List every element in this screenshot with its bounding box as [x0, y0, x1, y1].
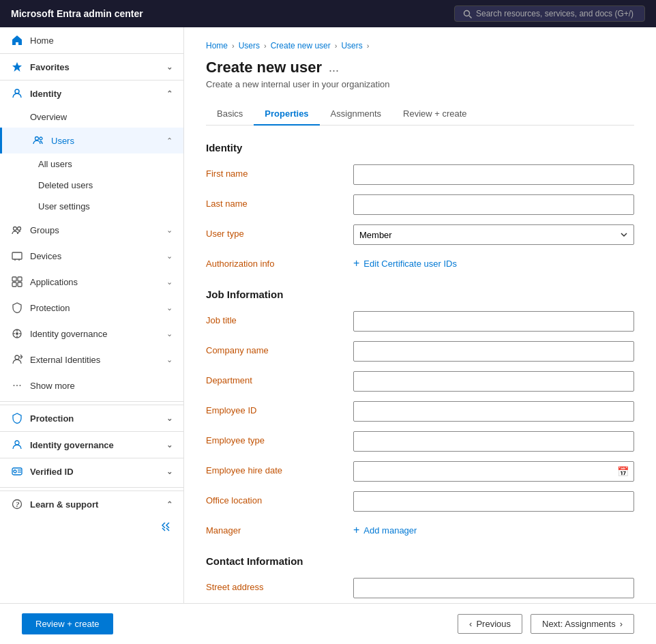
- page-title-dots[interactable]: ...: [329, 61, 339, 75]
- employee-type-label: Employee type: [206, 431, 342, 445]
- job-title-label: Job title: [206, 311, 342, 325]
- employee-id-input[interactable]: [353, 401, 634, 422]
- applications-chevron-icon: ⌄: [166, 278, 173, 287]
- sidebar-item-deleted-users[interactable]: Deleted users: [0, 175, 183, 196]
- company-name-input[interactable]: [353, 341, 634, 362]
- users-chevron-icon: ⌃: [166, 136, 173, 145]
- employee-id-label: Employee ID: [206, 401, 342, 415]
- sidebar-verified-id-label: Verified ID: [30, 467, 160, 477]
- street-address-label: Street address: [206, 578, 342, 592]
- sidebar-item-overview[interactable]: Overview: [0, 106, 183, 128]
- job-title-row: Job title: [206, 311, 634, 332]
- breadcrumb: Home › Users › Create new user › Users ›: [206, 41, 634, 50]
- sidebar-item-devices[interactable]: Devices ⌄: [0, 243, 183, 269]
- protection-chevron-icon: ⌄: [166, 304, 173, 312]
- next-button[interactable]: Next: Assignments ›: [531, 614, 634, 634]
- calendar-icon[interactable]: 📅: [617, 466, 629, 477]
- sidebar-item-user-settings[interactable]: User settings: [0, 196, 183, 217]
- employee-type-input[interactable]: [353, 431, 634, 452]
- company-name-control: [353, 341, 634, 362]
- breadcrumb-users2[interactable]: Users: [341, 41, 362, 50]
- sidebar-item-identity[interactable]: Identity ⌃: [0, 80, 183, 106]
- search-placeholder: Search resources, services, and docs (G+…: [476, 9, 633, 18]
- auth-info-control: + Edit Certificate user IDs: [353, 254, 634, 272]
- tab-basics[interactable]: Basics: [206, 103, 254, 126]
- user-type-label: User type: [206, 224, 342, 239]
- employee-id-row: Employee ID: [206, 401, 634, 422]
- svg-rect-11: [12, 277, 16, 281]
- search-bar[interactable]: Search resources, services, and docs (G+…: [454, 5, 645, 22]
- page-subtitle: Create a new internal user in your organ…: [206, 79, 634, 89]
- sidebar-item-users[interactable]: Users ⌃: [0, 128, 183, 153]
- employee-hire-date-row: Employee hire date 📅: [206, 461, 634, 482]
- sidebar-favorites-label: Favorites: [30, 62, 160, 72]
- bottom-bar: Review + create ‹ Previous Next: Assignm…: [0, 603, 656, 644]
- sidebar-item-identity-governance[interactable]: Identity governance ⌄: [0, 321, 183, 347]
- sidebar-item-applications[interactable]: Applications ⌄: [0, 269, 183, 295]
- tab-review-create[interactable]: Review + create: [392, 103, 478, 126]
- svg-point-4: [35, 137, 39, 141]
- sidebar-item-protection2[interactable]: Protection ⌄: [0, 405, 183, 431]
- office-location-input[interactable]: [353, 491, 634, 512]
- sidebar-external-identities-label: External Identities: [30, 355, 160, 365]
- devices-chevron-icon: ⌄: [166, 252, 173, 261]
- employee-type-control: [353, 431, 634, 452]
- svg-rect-12: [18, 277, 22, 281]
- star-icon: [11, 61, 23, 73]
- sidebar-item-identity-governance2[interactable]: Identity governance ⌄: [0, 431, 183, 458]
- last-name-input[interactable]: [353, 194, 634, 215]
- sidebar-identity-label: Identity: [30, 89, 160, 99]
- breadcrumb-sep1: ›: [232, 42, 235, 50]
- sidebar-item-all-users[interactable]: All users: [0, 153, 183, 175]
- sidebar-divider2: [0, 487, 183, 488]
- first-name-label: First name: [206, 164, 342, 179]
- breadcrumb-home[interactable]: Home: [206, 41, 228, 50]
- identity-section-title: Identity: [206, 142, 634, 153]
- user-type-select[interactable]: Member Guest: [353, 224, 634, 245]
- sidebar-item-groups[interactable]: Groups ⌄: [0, 217, 183, 243]
- edit-certificate-btn[interactable]: + Edit Certificate user IDs: [353, 254, 634, 272]
- page-title: Create new user: [206, 59, 322, 76]
- first-name-control: [353, 164, 634, 185]
- street-address-input[interactable]: [353, 578, 634, 598]
- department-input[interactable]: [353, 371, 634, 392]
- last-name-row: Last name: [206, 194, 634, 215]
- tab-assignments[interactable]: Assignments: [320, 103, 392, 126]
- sidebar-item-learn-support[interactable]: ? Learn & support ⌃: [0, 491, 183, 517]
- first-name-row: First name: [206, 164, 634, 185]
- svg-point-16: [16, 332, 18, 335]
- breadcrumb-sep2: ›: [264, 42, 267, 50]
- sidebar-item-verified-id[interactable]: Verified ID ⌄: [0, 458, 183, 484]
- previous-label: Previous: [476, 619, 511, 629]
- svg-point-0: [464, 10, 470, 16]
- svg-marker-2: [12, 62, 22, 72]
- sidebar-item-favorites[interactable]: Favorites ⌄: [0, 53, 183, 80]
- sidebar-item-external-identities[interactable]: External Identities ⌄: [0, 347, 183, 372]
- sidebar: Home Favorites ⌄ Identity ⌃: [0, 27, 184, 603]
- review-create-button[interactable]: Review + create: [22, 613, 113, 634]
- svg-text:?: ?: [16, 500, 20, 508]
- sidebar-groups-label: Groups: [30, 225, 160, 235]
- add-manager-btn[interactable]: + Add manager: [353, 521, 634, 539]
- sidebar-protection-label: Protection: [30, 303, 160, 313]
- breadcrumb-create[interactable]: Create new user: [271, 41, 331, 50]
- sidebar-collapse-button[interactable]: [0, 517, 183, 539]
- breadcrumb-users[interactable]: Users: [239, 41, 260, 50]
- manager-label: Manager: [206, 521, 342, 536]
- company-name-label: Company name: [206, 341, 342, 355]
- tab-properties[interactable]: Properties: [254, 103, 319, 126]
- sidebar-item-show-more[interactable]: ··· Show more: [0, 372, 183, 398]
- edit-certificate-label: Edit Certificate user IDs: [363, 259, 457, 269]
- employee-hire-date-input[interactable]: [353, 461, 634, 482]
- search-icon: [463, 10, 472, 18]
- sidebar-item-home[interactable]: Home: [0, 27, 183, 53]
- manager-control: + Add manager: [353, 521, 634, 539]
- job-title-control: [353, 311, 634, 332]
- first-name-input[interactable]: [353, 164, 634, 185]
- job-title-input[interactable]: [353, 311, 634, 332]
- previous-button[interactable]: ‹ Previous: [458, 614, 522, 634]
- employee-id-control: [353, 401, 634, 422]
- office-location-control: [353, 491, 634, 512]
- sidebar-item-protection[interactable]: Protection ⌄: [0, 295, 183, 321]
- street-address-control: [353, 578, 634, 598]
